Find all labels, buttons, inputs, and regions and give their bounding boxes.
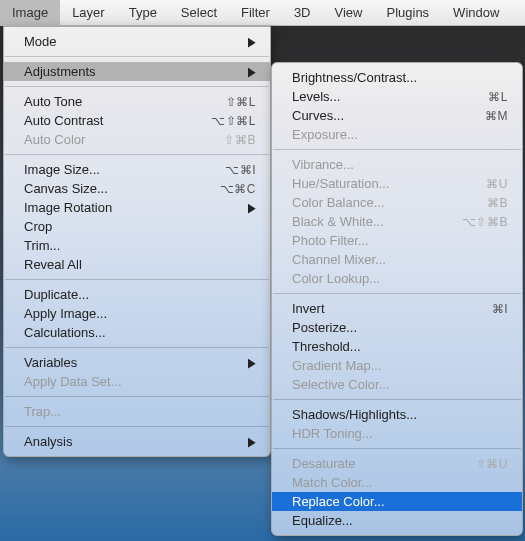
menu-item-trap: Trap... xyxy=(4,402,270,421)
chevron-right-icon: ▶ xyxy=(248,355,256,369)
menu-separator xyxy=(5,86,269,87)
menu-item-apply-image[interactable]: Apply Image... xyxy=(4,304,270,323)
menu-item-auto-tone[interactable]: Auto Tone ⇧⌘L xyxy=(4,92,270,111)
menu-item-analysis[interactable]: Analysis ▶ xyxy=(4,432,270,451)
menu-item-label: Canvas Size... xyxy=(24,181,196,196)
menu-item-adjustments[interactable]: Adjustments ▶ xyxy=(4,62,270,81)
adjustments-submenu: Brightness/Contrast... Levels... ⌘L Curv… xyxy=(271,62,523,536)
menu-item-label: Auto Contrast xyxy=(24,113,196,128)
menu-item-match-color: Match Color... xyxy=(272,473,522,492)
keyboard-shortcut: ⇧⌘L xyxy=(196,95,256,109)
menu-item-label: Equalize... xyxy=(292,513,508,528)
menu-item-auto-color: Auto Color ⇧⌘B xyxy=(4,130,270,149)
menu-item-canvas-size[interactable]: Canvas Size... ⌥⌘C xyxy=(4,179,270,198)
keyboard-shortcut: ⌘L xyxy=(448,90,508,104)
menu-item-image-rotation[interactable]: Image Rotation ▶ xyxy=(4,198,270,217)
menu-item-label: Replace Color... xyxy=(292,494,508,509)
menubar: Image Layer Type Select Filter 3D View P… xyxy=(0,0,525,26)
menu-item-label: Desaturate xyxy=(292,456,448,471)
menu-item-label: Reveal All xyxy=(24,257,256,272)
menu-item-auto-contrast[interactable]: Auto Contrast ⌥⇧⌘L xyxy=(4,111,270,130)
menu-item-brightness-contrast[interactable]: Brightness/Contrast... xyxy=(272,68,522,87)
menu-item-label: Vibrance... xyxy=(292,157,508,172)
menubar-item-3d[interactable]: 3D xyxy=(282,0,323,26)
menu-item-label: Selective Color... xyxy=(292,377,508,392)
menu-item-calculations[interactable]: Calculations... xyxy=(4,323,270,342)
menubar-item-plugins[interactable]: Plugins xyxy=(374,0,441,26)
menu-item-crop[interactable]: Crop xyxy=(4,217,270,236)
menu-item-vibrance: Vibrance... xyxy=(272,155,522,174)
menubar-item-type[interactable]: Type xyxy=(117,0,169,26)
menu-item-curves[interactable]: Curves... ⌘M xyxy=(272,106,522,125)
menu-item-image-size[interactable]: Image Size... ⌥⌘I xyxy=(4,160,270,179)
menu-item-shadows-highlights[interactable]: Shadows/Highlights... xyxy=(272,405,522,424)
keyboard-shortcut: ⌘M xyxy=(448,109,508,123)
menu-item-label: Posterize... xyxy=(292,320,508,335)
menu-item-desaturate: Desaturate ⇧⌘U xyxy=(272,454,522,473)
menubar-item-select[interactable]: Select xyxy=(169,0,229,26)
menubar-item-window[interactable]: Window xyxy=(441,0,511,26)
menu-item-label: Channel Mixer... xyxy=(292,252,508,267)
menubar-item-layer[interactable]: Layer xyxy=(60,0,117,26)
menu-item-label: Analysis xyxy=(24,434,248,449)
menu-item-label: Duplicate... xyxy=(24,287,256,302)
chevron-right-icon: ▶ xyxy=(248,64,256,78)
menu-item-apply-data-set: Apply Data Set... xyxy=(4,372,270,391)
menu-item-label: Color Balance... xyxy=(292,195,448,210)
menu-separator xyxy=(5,154,269,155)
menu-item-duplicate[interactable]: Duplicate... xyxy=(4,285,270,304)
menu-item-label: Shadows/Highlights... xyxy=(292,407,508,422)
menu-item-label: Trim... xyxy=(24,238,256,253)
menu-item-posterize[interactable]: Posterize... xyxy=(272,318,522,337)
menu-item-label: Brightness/Contrast... xyxy=(292,70,508,85)
menu-item-exposure: Exposure... xyxy=(272,125,522,144)
menu-item-label: Image Size... xyxy=(24,162,196,177)
chevron-right-icon: ▶ xyxy=(248,200,256,214)
menu-item-label: Calculations... xyxy=(24,325,256,340)
menu-item-photo-filter: Photo Filter... xyxy=(272,231,522,250)
menu-separator xyxy=(273,293,521,294)
menu-item-hdr-toning: HDR Toning... xyxy=(272,424,522,443)
keyboard-shortcut: ⌘U xyxy=(448,177,508,191)
menu-separator xyxy=(5,347,269,348)
menu-item-threshold[interactable]: Threshold... xyxy=(272,337,522,356)
menu-item-replace-color[interactable]: Replace Color... xyxy=(272,492,522,511)
menu-separator xyxy=(273,399,521,400)
keyboard-shortcut: ⇧⌘B xyxy=(196,133,256,147)
menu-item-label: Invert xyxy=(292,301,448,316)
menu-item-label: Mode xyxy=(24,34,248,49)
menu-item-color-lookup: Color Lookup... xyxy=(272,269,522,288)
menu-item-selective-color: Selective Color... xyxy=(272,375,522,394)
menu-item-label: Black & White... xyxy=(292,214,448,229)
menu-separator xyxy=(273,448,521,449)
image-menu-dropdown: Mode ▶ Adjustments ▶ Auto Tone ⇧⌘L Auto … xyxy=(3,26,271,457)
menu-separator xyxy=(273,149,521,150)
menu-separator xyxy=(5,279,269,280)
menu-item-mode[interactable]: Mode ▶ xyxy=(4,32,270,51)
menu-item-label: Auto Color xyxy=(24,132,196,147)
menu-item-trim[interactable]: Trim... xyxy=(4,236,270,255)
menu-item-color-balance: Color Balance... ⌘B xyxy=(272,193,522,212)
menu-item-variables[interactable]: Variables ▶ xyxy=(4,353,270,372)
keyboard-shortcut: ⇧⌘U xyxy=(448,457,508,471)
menu-item-label: Trap... xyxy=(24,404,256,419)
menu-item-label: Apply Data Set... xyxy=(24,374,256,389)
menu-item-label: Crop xyxy=(24,219,256,234)
menu-item-label: Gradient Map... xyxy=(292,358,508,373)
menu-item-label: Auto Tone xyxy=(24,94,196,109)
menu-item-reveal-all[interactable]: Reveal All xyxy=(4,255,270,274)
menu-item-label: Levels... xyxy=(292,89,448,104)
menu-item-equalize[interactable]: Equalize... xyxy=(272,511,522,530)
menubar-item-view[interactable]: View xyxy=(323,0,375,26)
menu-item-label: HDR Toning... xyxy=(292,426,508,441)
menu-item-label: Exposure... xyxy=(292,127,508,142)
menubar-item-image[interactable]: Image xyxy=(0,0,60,26)
keyboard-shortcut: ⌘I xyxy=(448,302,508,316)
menubar-item-filter[interactable]: Filter xyxy=(229,0,282,26)
chevron-right-icon: ▶ xyxy=(248,434,256,448)
menu-separator xyxy=(5,56,269,57)
keyboard-shortcut: ⌘B xyxy=(448,196,508,210)
menu-item-levels[interactable]: Levels... ⌘L xyxy=(272,87,522,106)
chevron-right-icon: ▶ xyxy=(248,34,256,48)
menu-item-invert[interactable]: Invert ⌘I xyxy=(272,299,522,318)
